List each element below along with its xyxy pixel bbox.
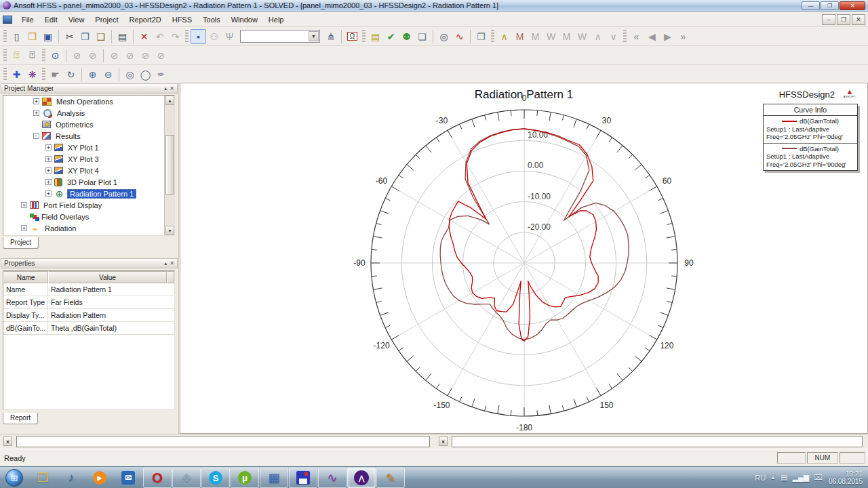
- utorrent-icon[interactable]: µ: [231, 468, 259, 488]
- opera-icon[interactable]: O: [143, 468, 172, 488]
- dropdown-arrow-icon[interactable]: ▼: [309, 31, 319, 41]
- floppy-save-icon[interactable]: [289, 468, 317, 488]
- move-icon[interactable]: ✚: [9, 67, 24, 82]
- show-all-icon[interactable]: ⊙: [47, 48, 63, 63]
- tab-report[interactable]: Report: [3, 413, 38, 424]
- tray-signal-icon[interactable]: ▂▄▆: [793, 473, 810, 482]
- select-object-icon[interactable]: ▪: [191, 29, 206, 44]
- mdi-document-icon[interactable]: [3, 16, 12, 24]
- radiation-pattern-plot-window[interactable]: 10.000.00-10.00-20.000306090120150-180-1…: [180, 83, 868, 434]
- validation-check-icon[interactable]: ✔: [383, 29, 399, 44]
- tree-item-analysis[interactable]: +Analysis: [3, 107, 174, 119]
- first-icon[interactable]: «: [629, 29, 644, 44]
- tree-expander-icon[interactable]: +: [33, 98, 39, 104]
- start-button[interactable]: ⊞: [0, 468, 28, 488]
- solution-data-icon[interactable]: Ω: [344, 29, 360, 44]
- remote-desktop-icon[interactable]: ▦: [260, 468, 288, 488]
- tree-item-radiation-pattern-1[interactable]: +⊕Radiation Pattern 1: [3, 188, 174, 199]
- copy-report-icon[interactable]: ❐: [473, 29, 489, 44]
- panel-close-icon[interactable]: ✕: [170, 85, 174, 92]
- taskbar-clock[interactable]: 10:21 06.08.2015: [829, 470, 863, 485]
- new-file-icon[interactable]: ▯: [9, 29, 24, 44]
- wave-tool-6-icon[interactable]: W: [574, 29, 590, 44]
- tree-item-optimetrics[interactable]: Optimetrics: [3, 119, 174, 130]
- media-player-icon[interactable]: ▶: [85, 468, 114, 488]
- tray-network-error-icon[interactable]: ⌧: [814, 473, 823, 482]
- tree-item-xy-plot-1[interactable]: +XY Plot 1: [3, 142, 174, 153]
- menu-file[interactable]: File: [16, 14, 39, 26]
- wave-tool-7-icon[interactable]: ∧: [590, 29, 606, 44]
- field-viewer-icon[interactable]: ◎: [436, 29, 452, 44]
- analysis-setup-icon[interactable]: ❏: [414, 29, 430, 44]
- context-help-icon[interactable]: ⍰: [24, 48, 40, 63]
- tree-item-port-field-display[interactable]: +Port Field Display: [3, 199, 174, 211]
- wave-tool-3-icon[interactable]: M: [528, 29, 543, 44]
- tree-item-radiation[interactable]: +◒Radiation: [3, 222, 174, 234]
- fit-selection-icon[interactable]: ◯: [138, 67, 153, 82]
- rotate-model-icon[interactable]: ❋: [24, 67, 40, 82]
- copy-icon[interactable]: ❐: [77, 29, 93, 44]
- menu-edit[interactable]: Edit: [39, 14, 63, 26]
- column-header-name[interactable]: Name: [3, 271, 48, 283]
- tree-expander-icon[interactable]: +: [33, 110, 39, 116]
- save-icon[interactable]: ▣: [40, 29, 56, 44]
- tree-item-results[interactable]: -Results: [3, 130, 174, 142]
- previous-icon[interactable]: ◀: [644, 29, 660, 44]
- validate-icon[interactable]: ▤: [368, 29, 383, 44]
- open-file-icon[interactable]: ❒: [24, 29, 40, 44]
- tree-item-mesh-operations[interactable]: +Mesh Operations: [3, 96, 174, 107]
- analyze-icon[interactable]: ⚉: [399, 29, 414, 44]
- zoom-in-icon[interactable]: ⊕: [85, 67, 100, 82]
- wave-tool-2-icon[interactable]: M: [512, 29, 528, 44]
- wave-tool-1-icon[interactable]: ∧: [496, 29, 512, 44]
- minimize-button[interactable]: —: [802, 1, 820, 10]
- hfss-model-icon[interactable]: ∿: [318, 468, 347, 488]
- property-row[interactable]: Display Ty...Radiation Pattern: [3, 309, 174, 322]
- toolbar-grip[interactable]: [3, 30, 7, 43]
- wave-tool-4-icon[interactable]: W: [543, 29, 559, 44]
- tree-item-xy-plot-3[interactable]: +XY Plot 3: [3, 153, 174, 165]
- scroll-up-icon[interactable]: ▲: [165, 96, 174, 105]
- toolbar-grip[interactable]: [3, 68, 7, 81]
- toolbar-grip[interactable]: [362, 30, 366, 43]
- tree-expander-icon[interactable]: +: [21, 225, 27, 231]
- tree-expander-icon[interactable]: -: [33, 133, 39, 139]
- redo-icon[interactable]: ↷: [167, 29, 183, 44]
- ansoft-hfss-icon[interactable]: ⋀: [347, 468, 376, 488]
- mdi-close-button[interactable]: ✕: [852, 14, 865, 25]
- tab-project[interactable]: Project: [3, 237, 39, 249]
- fit-all-icon[interactable]: ◎: [122, 67, 138, 82]
- tree-expander-icon[interactable]: +: [21, 202, 27, 208]
- visibility-4-icon[interactable]: ⊘: [153, 48, 169, 63]
- toolbar-grip[interactable]: [42, 49, 45, 62]
- show-selection-icon[interactable]: ⊘: [85, 48, 100, 63]
- tree-expander-icon[interactable]: +: [45, 156, 52, 162]
- column-header-value[interactable]: Value: [48, 271, 167, 283]
- property-value[interactable]: Theta ,dB(GainTotal): [48, 322, 174, 334]
- tree-expander-icon[interactable]: +: [45, 190, 52, 197]
- tree-item-field-overlays[interactable]: Field Overlays: [3, 211, 174, 222]
- next-icon[interactable]: ▶: [660, 29, 675, 44]
- undo-icon[interactable]: ↶: [152, 29, 167, 44]
- tray-keyboard-icon[interactable]: ▤: [781, 473, 787, 482]
- tray-chevron-icon[interactable]: ▴: [772, 474, 774, 481]
- menu-report2d[interactable]: Report2D: [124, 14, 167, 26]
- mail-icon[interactable]: ✉: [114, 468, 142, 488]
- select-face-icon[interactable]: ⚇: [206, 29, 222, 44]
- message-field-left[interactable]: [16, 436, 430, 447]
- visibility-2-icon[interactable]: ⊘: [122, 48, 138, 63]
- help-topics-icon[interactable]: ⍰: [9, 48, 24, 63]
- visibility-3-icon[interactable]: ⊘: [138, 48, 153, 63]
- property-value[interactable]: Far Fields: [48, 296, 174, 308]
- tree-expander-icon[interactable]: +: [45, 167, 52, 174]
- curve-info-legend[interactable]: Curve Info dB(GainTotal)Setup1 : LastAda…: [763, 104, 858, 171]
- menu-tools[interactable]: Tools: [197, 14, 226, 26]
- cut-icon[interactable]: ✂: [62, 29, 77, 44]
- skype-icon[interactable]: S: [201, 468, 230, 488]
- menu-project[interactable]: Project: [90, 14, 123, 26]
- visibility-1-icon[interactable]: ⊘: [106, 48, 122, 63]
- pan-icon[interactable]: ☛: [47, 67, 63, 82]
- create-report-icon[interactable]: ∿: [452, 29, 467, 44]
- menu-window[interactable]: Window: [226, 14, 263, 26]
- mdi-restore-button[interactable]: ❐: [837, 14, 850, 25]
